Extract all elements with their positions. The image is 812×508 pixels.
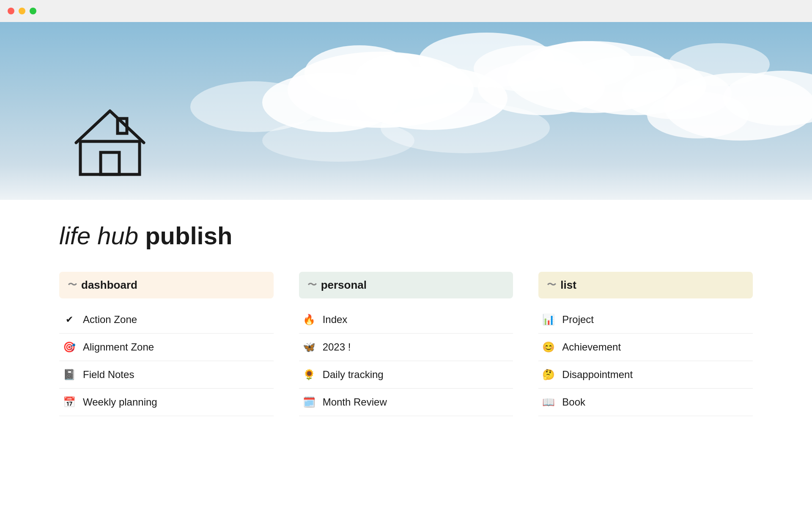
year-2023-icon: 🦋 — [302, 341, 316, 353]
disappointment-item[interactable]: 🤔 Disappointment — [538, 361, 753, 389]
weekly-planning-icon: 📅 — [63, 396, 76, 408]
year-2023-label: 2023 ! — [323, 341, 351, 353]
weekly-planning-item[interactable]: 📅 Weekly planning — [59, 389, 274, 416]
month-review-label: Month Review — [323, 396, 387, 408]
svg-point-19 — [262, 119, 414, 162]
daily-tracking-label: Daily tracking — [323, 369, 384, 381]
alignment-zone-item[interactable]: 🎯 Alignment Zone — [59, 334, 274, 361]
svg-rect-21 — [80, 141, 140, 174]
alignment-zone-label: Alignment Zone — [83, 341, 154, 353]
minimize-button[interactable] — [19, 8, 25, 14]
index-icon: 🔥 — [302, 314, 316, 326]
book-icon: 📖 — [542, 396, 555, 408]
dashboard-items: ✔ Action Zone 🎯 Alignment Zone 📓 Field N… — [59, 306, 274, 416]
list-header-icon: 〜 — [547, 279, 556, 291]
close-button[interactable] — [8, 8, 14, 14]
svg-point-17 — [668, 43, 770, 86]
month-review-item[interactable]: 🗓️ Month Review — [299, 389, 513, 416]
month-review-icon: 🗓️ — [302, 396, 316, 408]
personal-column: 〜 personal 🔥 Index 🦋 2023 ! 🌻 Daily trac… — [299, 272, 513, 416]
page-title: life hub publish — [59, 221, 753, 251]
project-label: Project — [562, 314, 594, 326]
year-2023-item[interactable]: 🦋 2023 ! — [299, 334, 513, 361]
field-notes-label: Field Notes — [83, 369, 134, 381]
personal-items: 🔥 Index 🦋 2023 ! 🌻 Daily tracking 🗓️ Mon… — [299, 306, 513, 416]
maximize-button[interactable] — [30, 8, 36, 14]
personal-header-label: personal — [321, 279, 367, 292]
svg-rect-22 — [101, 152, 119, 174]
list-header-label: list — [560, 279, 576, 292]
weekly-planning-label: Weekly planning — [83, 396, 157, 408]
house-icon — [68, 102, 152, 180]
disappointment-icon: 🤔 — [542, 369, 555, 381]
project-icon: 📊 — [542, 314, 555, 326]
action-zone-label: Action Zone — [83, 314, 137, 326]
field-notes-item[interactable]: 📓 Field Notes — [59, 361, 274, 389]
alignment-zone-icon: 🎯 — [63, 341, 76, 353]
list-header: 〜 list — [538, 272, 753, 298]
dashboard-header: 〜 dashboard — [59, 272, 274, 298]
disappointment-label: Disappointment — [562, 369, 633, 381]
list-column: 〜 list 📊 Project 😊 Achievement 🤔 Disappo… — [538, 272, 753, 416]
personal-header: 〜 personal — [299, 272, 513, 298]
daily-tracking-item[interactable]: 🌻 Daily tracking — [299, 361, 513, 389]
achievement-icon: 😊 — [542, 341, 555, 353]
hero-banner — [0, 22, 812, 200]
columns-grid: 〜 dashboard ✔ Action Zone 🎯 Alignment Zo… — [59, 272, 753, 416]
svg-point-13 — [647, 92, 749, 138]
dashboard-header-icon: 〜 — [68, 279, 77, 291]
achievement-label: Achievement — [562, 341, 621, 353]
personal-header-icon: 〜 — [307, 279, 317, 291]
book-item[interactable]: 📖 Book — [538, 389, 753, 416]
svg-point-15 — [474, 45, 584, 92]
achievement-item[interactable]: 😊 Achievement — [538, 334, 753, 361]
project-item[interactable]: 📊 Project — [538, 306, 753, 334]
action-zone-icon: ✔ — [63, 314, 76, 325]
list-items: 📊 Project 😊 Achievement 🤔 Disappointment… — [538, 306, 753, 416]
title-bar — [0, 0, 812, 22]
book-label: Book — [562, 396, 585, 408]
daily-tracking-icon: 🌻 — [302, 369, 316, 381]
index-item[interactable]: 🔥 Index — [299, 306, 513, 334]
action-zone-item[interactable]: ✔ Action Zone — [59, 306, 274, 334]
field-notes-icon: 📓 — [63, 369, 76, 381]
dashboard-column: 〜 dashboard ✔ Action Zone 🎯 Alignment Zo… — [59, 272, 274, 416]
index-label: Index — [323, 314, 348, 326]
dashboard-header-label: dashboard — [81, 279, 137, 292]
main-content: life hub publish 〜 dashboard ✔ Action Zo… — [0, 200, 812, 442]
